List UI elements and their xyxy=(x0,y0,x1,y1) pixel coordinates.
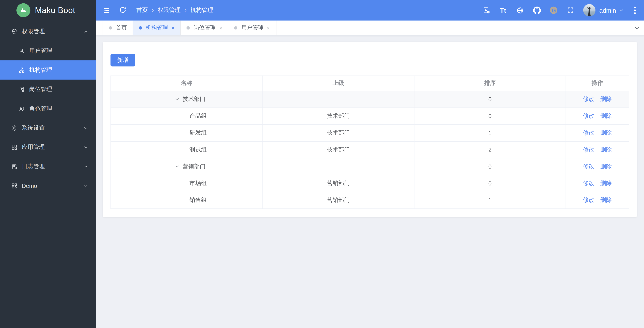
edit-link[interactable]: 修改 xyxy=(583,146,594,153)
edit-link[interactable]: 修改 xyxy=(583,129,594,136)
org-name: 技术部门 xyxy=(182,96,206,102)
kebab-menu-icon[interactable] xyxy=(631,5,639,15)
post-badge-icon xyxy=(18,86,25,92)
sidebar-item-label: Demo xyxy=(22,182,84,189)
sidebar-item-label: 权限管理 xyxy=(22,28,84,35)
user-avatar[interactable] xyxy=(583,4,596,16)
sidebar: Maku Boot 权限管理 用户管理 xyxy=(0,0,96,328)
edit-link[interactable]: 修改 xyxy=(583,163,594,169)
org-sort: 0 xyxy=(414,108,566,124)
user-icon xyxy=(18,47,25,54)
top-header: 首页 › 权限管理 › 机构管理 Tt xyxy=(96,0,644,20)
refresh-icon[interactable] xyxy=(118,5,128,15)
sidebar-item-label: 岗位管理 xyxy=(29,86,88,93)
header-right: Tt G admin xyxy=(475,4,644,16)
add-button[interactable]: 新增 xyxy=(110,54,135,66)
table-row: 产品组 技术部门 0 修改删除 xyxy=(111,108,629,124)
table-header-row: 名称 上级 排序 操作 xyxy=(111,76,629,91)
org-sort: 0 xyxy=(414,91,566,108)
column-header-actions: 操作 xyxy=(566,76,629,91)
fullscreen-icon[interactable] xyxy=(565,5,576,15)
close-icon[interactable]: × xyxy=(171,25,174,31)
chevron-down-icon xyxy=(84,183,88,188)
column-header-parent: 上级 xyxy=(262,76,414,91)
delete-link[interactable]: 删除 xyxy=(600,112,612,119)
sidebar-item-roles[interactable]: 角色管理 xyxy=(0,99,96,118)
org-parent: 技术部门 xyxy=(262,141,414,158)
delete-link[interactable]: 删除 xyxy=(600,146,612,153)
table-row: 技术部门 0 修改删除 xyxy=(111,91,629,108)
gitee-icon[interactable]: G xyxy=(548,5,559,15)
org-sort: 0 xyxy=(414,175,566,192)
delete-link[interactable]: 删除 xyxy=(600,180,612,186)
demo-blocks-icon xyxy=(11,182,18,189)
edit-link[interactable]: 修改 xyxy=(583,197,594,203)
edit-link[interactable]: 修改 xyxy=(583,180,594,186)
column-header-sort: 排序 xyxy=(414,76,566,91)
sidebar-item-users[interactable]: 用户管理 xyxy=(0,41,96,60)
tab-home[interactable]: 首页 xyxy=(103,20,133,35)
tabs-dropdown-button[interactable] xyxy=(629,20,644,35)
tab-user[interactable]: 用户管理 × xyxy=(228,20,276,35)
github-icon[interactable] xyxy=(532,5,542,15)
chevron-down-icon xyxy=(84,145,88,149)
tab-post[interactable]: 岗位管理 × xyxy=(181,20,228,35)
expand-arrow-icon[interactable] xyxy=(175,164,180,169)
close-icon[interactable]: × xyxy=(219,25,222,31)
sidebar-item-demo-group[interactable]: Demo xyxy=(0,176,96,195)
tab-label: 机构管理 xyxy=(146,24,168,32)
delete-link[interactable]: 删除 xyxy=(600,197,612,203)
app-logo[interactable]: Maku Boot xyxy=(0,0,96,20)
edit-link[interactable]: 修改 xyxy=(583,112,594,119)
sidebar-item-org[interactable]: 机构管理 xyxy=(0,60,96,79)
org-sort: 1 xyxy=(414,125,566,141)
chevron-down-icon xyxy=(84,164,88,169)
close-icon[interactable]: × xyxy=(267,25,270,31)
breadcrumb-home[interactable]: 首页 xyxy=(136,6,148,14)
sidebar-item-label: 系统设置 xyxy=(22,124,84,132)
user-name[interactable]: admin xyxy=(599,7,616,14)
edit-link[interactable]: 修改 xyxy=(583,96,594,102)
font-size-icon[interactable]: Tt xyxy=(498,5,508,15)
org-management-card: 新增 名称 上级 排序 操作 技术部门 xyxy=(103,42,637,217)
breadcrumb-section[interactable]: 权限管理 xyxy=(158,6,180,14)
org-chart-icon xyxy=(18,67,25,73)
chevron-down-icon xyxy=(84,125,88,130)
sidebar-item-apps-group[interactable]: 应用管理 xyxy=(0,137,96,157)
caret-down-icon[interactable] xyxy=(618,7,624,13)
sidebar-item-label: 应用管理 xyxy=(22,143,84,151)
org-sort: 0 xyxy=(414,158,566,175)
tab-dot-icon xyxy=(139,26,142,30)
delete-link[interactable]: 删除 xyxy=(600,129,612,136)
sidebar-item-perm-group[interactable]: 权限管理 xyxy=(0,22,96,41)
chevron-up-icon xyxy=(84,29,88,34)
expand-arrow-icon[interactable] xyxy=(175,97,180,101)
sidebar-item-posts[interactable]: 岗位管理 xyxy=(0,80,96,99)
tab-label: 用户管理 xyxy=(241,24,264,32)
translate-icon[interactable] xyxy=(481,5,492,15)
tab-dot-icon xyxy=(186,26,190,30)
delete-link[interactable]: 删除 xyxy=(600,96,612,102)
tab-bar: 首页 机构管理 × 岗位管理 × 用户管理 × xyxy=(96,20,644,36)
globe-icon[interactable] xyxy=(514,5,525,15)
org-name: 产品组 xyxy=(190,112,207,119)
sidebar-item-label: 日志管理 xyxy=(22,163,84,170)
org-table: 名称 上级 排序 操作 技术部门 0 修改删除 xyxy=(110,75,629,209)
app-window: Maku Boot 权限管理 用户管理 xyxy=(0,0,644,328)
breadcrumb-current: 机构管理 xyxy=(190,6,213,14)
chevron-down-icon xyxy=(634,25,640,31)
sidebar-item-system-group[interactable]: 系统设置 xyxy=(0,118,96,137)
tab-org[interactable]: 机构管理 × xyxy=(133,20,181,35)
delete-link[interactable]: 删除 xyxy=(600,163,612,169)
org-parent: 营销部门 xyxy=(262,192,414,209)
table-row: 测试组 技术部门 2 修改删除 xyxy=(111,141,629,158)
org-parent: 营销部门 xyxy=(262,175,414,192)
sidebar-item-logs-group[interactable]: 日志管理 xyxy=(0,157,96,176)
gear-icon xyxy=(11,125,18,131)
tab-dot-icon xyxy=(109,26,112,30)
org-name: 营销部门 xyxy=(182,163,206,169)
menu-fold-icon[interactable] xyxy=(101,5,112,15)
breadcrumb: 首页 › 权限管理 › 机构管理 xyxy=(136,6,213,14)
sidebar-item-label: 用户管理 xyxy=(29,47,88,54)
org-name: 研发组 xyxy=(190,129,207,136)
